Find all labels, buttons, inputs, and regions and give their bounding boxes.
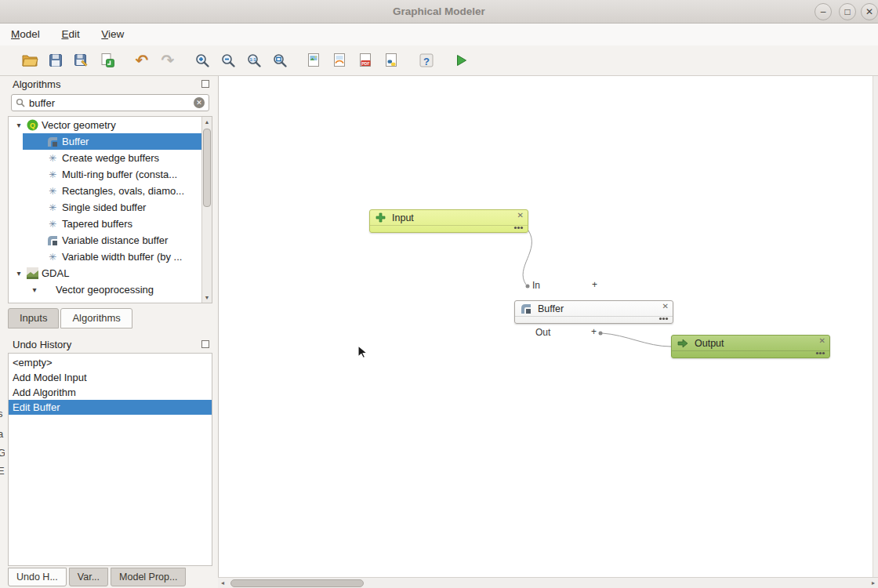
tree-item-buffer[interactable]: Buffer <box>9 133 201 150</box>
float-panel-button[interactable] <box>201 340 209 348</box>
expand-node-icon[interactable] <box>658 317 669 321</box>
tree-item-variable-width-buffer[interactable]: ✳ Variable width buffer (by ... <box>9 249 201 265</box>
zoom-actual-size-button[interactable]: 1:1 <box>242 49 266 72</box>
undo-item-edit-buffer[interactable]: Edit Buffer <box>9 400 212 415</box>
float-panel-button[interactable] <box>201 80 209 88</box>
menu-model[interactable]: Model <box>3 24 48 43</box>
export-pdf-icon: PDF <box>357 52 375 69</box>
save-as-icon <box>73 52 90 69</box>
algorithms-tree: ▾ Q Vector geometry Buffer ✳ Create wedg… <box>8 116 212 303</box>
menu-view[interactable]: View <box>93 24 132 43</box>
tab-model-properties[interactable]: Model Prop... <box>111 568 186 586</box>
tree-item-single-sided-buffer[interactable]: ✳ Single sided buffer <box>9 199 201 216</box>
tree-item-label: Tapered buffers <box>62 218 132 230</box>
export-as-image-button[interactable] <box>303 49 326 72</box>
buffer-node[interactable]: Buffer ✕ <box>514 300 673 324</box>
model-canvas[interactable]: Input ✕ In + Buffer ✕ Out + Output ✕ <box>218 76 878 577</box>
svg-text:1:1: 1:1 <box>250 57 256 62</box>
tree-item-variable-distance-buffer[interactable]: Variable distance buffer <box>9 232 201 249</box>
open-model-button[interactable] <box>18 49 42 72</box>
scroll-up-icon[interactable]: ▲ <box>202 117 212 127</box>
scrollbar-thumb[interactable] <box>203 129 211 207</box>
undo-icon: ↶ <box>136 53 149 68</box>
delete-node-icon[interactable]: ✕ <box>819 336 825 345</box>
tree-item-buffer-vectors[interactable]: ✳ Buffer vectors <box>9 298 201 303</box>
chevron-down-icon[interactable]: ▾ <box>13 121 24 129</box>
input-node[interactable]: Input ✕ <box>369 209 528 233</box>
tree-item-vector-geoprocessing[interactable]: ▾ Vector geoprocessing <box>9 281 201 298</box>
save-model-in-project-button[interactable] <box>96 49 119 72</box>
clear-search-icon[interactable]: ✕ <box>194 97 205 108</box>
buffer-in-add-icon[interactable]: + <box>592 279 597 290</box>
qgis-icon: Q <box>24 119 40 131</box>
chevron-down-icon[interactable]: ▾ <box>29 285 40 294</box>
save-icon <box>47 52 64 69</box>
bottom-panel-tabs: Undo H... Var... Model Prop... <box>8 568 188 586</box>
chevron-down-icon[interactable]: ▾ <box>13 269 24 278</box>
help-button[interactable]: ? <box>415 49 438 72</box>
delete-node-icon[interactable]: ✕ <box>517 211 524 220</box>
redo-button[interactable]: ↷ <box>156 49 180 72</box>
in-socket-dot[interactable] <box>526 285 530 289</box>
undo-item-add-algorithm[interactable]: Add Algorithm <box>9 385 212 400</box>
tree-item-rectangles-ovals[interactable]: ✳ Rectangles, ovals, diamo... <box>9 183 201 199</box>
search-input[interactable]: buffer <box>29 97 190 109</box>
output-node[interactable]: Output ✕ <box>671 335 830 358</box>
export-as-python-button[interactable] <box>380 49 404 72</box>
zoom-full-button[interactable] <box>268 49 292 72</box>
minimize-button[interactable]: – <box>815 3 832 20</box>
canvas-hscrollbar[interactable]: ◂ ▸ <box>218 577 878 588</box>
menubar: Model Edit View <box>0 24 878 45</box>
run-model-button[interactable] <box>449 49 473 72</box>
scroll-down-icon[interactable]: ▼ <box>202 292 212 303</box>
node-divider <box>515 316 673 317</box>
expand-node-icon[interactable] <box>513 226 524 230</box>
scroll-right-icon[interactable]: ▸ <box>872 578 875 588</box>
window-title: Graphical Modeler <box>0 5 878 17</box>
tree-item-create-wedge-buffers[interactable]: ✳ Create wedge buffers <box>9 150 201 166</box>
zoom-in-button[interactable] <box>190 49 214 72</box>
out-socket-dot[interactable] <box>599 332 603 336</box>
buffer-icon <box>45 235 60 246</box>
save-in-project-icon <box>99 52 116 69</box>
tree-item-tapered-buffers[interactable]: ✳ Tapered buffers <box>9 216 201 232</box>
zoom-out-button[interactable] <box>216 49 240 72</box>
algorithm-search-box[interactable]: buffer ✕ <box>11 94 209 111</box>
buffer-out-add-icon[interactable]: + <box>591 326 597 337</box>
add-input-icon <box>376 212 386 223</box>
buffer-icon <box>521 303 532 314</box>
algorithm-icon: ✳ <box>45 153 60 164</box>
input-to-buffer-wire <box>523 230 532 285</box>
export-as-pdf-button[interactable]: PDF <box>354 49 378 72</box>
undo-item-empty[interactable]: <empty> <box>9 355 212 370</box>
undo-button[interactable]: ↶ <box>130 49 154 72</box>
tab-inputs[interactable]: Inputs <box>8 308 59 328</box>
tab-algorithms[interactable]: Algorithms <box>60 308 132 328</box>
tree-item-label: Variable width buffer (by ... <box>62 251 182 263</box>
clipped-text-fragment: E <box>0 465 5 477</box>
undo-item-add-model-input[interactable]: Add Model Input <box>9 370 212 385</box>
tree-scrollbar[interactable]: ▲ ▼ <box>201 117 212 303</box>
tree-item-multi-ring-buffer[interactable]: ✳ Multi-ring buffer (consta... <box>9 166 201 183</box>
expand-node-icon[interactable] <box>815 351 825 355</box>
tab-undo-history[interactable]: Undo H... <box>8 568 67 586</box>
save-model-as-button[interactable] <box>70 49 93 72</box>
hscroll-thumb[interactable] <box>230 579 364 587</box>
canvas-vscrollbar[interactable] <box>873 76 878 577</box>
tree-item-vector-geometry[interactable]: ▾ Q Vector geometry <box>9 117 201 133</box>
export-as-svg-button[interactable] <box>328 49 352 72</box>
input-node-label: Input <box>392 212 414 223</box>
buffer-to-output-wire <box>602 333 671 347</box>
algorithm-icon: ✳ <box>45 202 60 213</box>
maximize-button[interactable]: □ <box>839 3 856 20</box>
clipped-text-fragment: G <box>0 447 5 459</box>
save-model-button[interactable] <box>44 49 67 72</box>
toolbar: ↶ ↷ 1:1 PDF ? <box>0 45 878 76</box>
close-button[interactable]: ✕ <box>861 3 878 20</box>
scroll-left-icon[interactable]: ◂ <box>221 578 224 588</box>
tab-variables[interactable]: Var... <box>69 568 108 586</box>
redo-icon: ↷ <box>161 53 175 68</box>
menu-edit[interactable]: Edit <box>53 24 87 43</box>
tree-item-gdal[interactable]: ▾ GDAL <box>9 265 201 281</box>
delete-node-icon[interactable]: ✕ <box>662 302 669 310</box>
